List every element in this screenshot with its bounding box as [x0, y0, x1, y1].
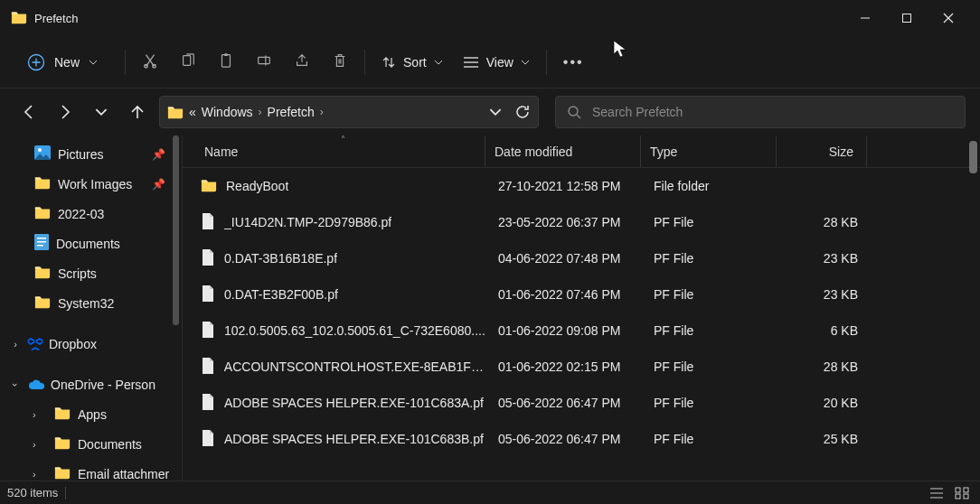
cut-button[interactable]: [142, 52, 158, 71]
item-count: 520 items: [7, 486, 58, 499]
address-bar[interactable]: « Windows › Prefetch ›: [159, 96, 539, 128]
sidebar-item[interactable]: Documents: [0, 229, 182, 258]
scrollbar[interactable]: [969, 141, 977, 173]
sidebar-item[interactable]: Work Images📌: [0, 169, 182, 199]
minimize-button[interactable]: [844, 2, 886, 34]
sidebar-item-label: Documents: [56, 237, 120, 251]
svg-rect-14: [37, 245, 43, 247]
file-type: File folder: [645, 179, 780, 193]
sidebar-item[interactable]: 2022-03: [0, 199, 182, 229]
file-type: PF File: [645, 396, 780, 410]
folder-icon: [201, 178, 217, 195]
file-icon: [201, 249, 215, 268]
breadcrumb-windows[interactable]: Windows: [202, 105, 253, 119]
column-headers: Name ˄ Date modified Type Size: [183, 135, 980, 168]
scrollbar[interactable]: [173, 135, 179, 325]
window-controls: [844, 2, 969, 34]
svg-rect-7: [259, 57, 270, 63]
list-icon: [463, 56, 479, 69]
sidebar-onedrive[interactable]: › OneDrive - Person: [0, 369, 182, 399]
folder-icon: [54, 435, 71, 453]
plus-circle-icon: [27, 53, 45, 71]
chevron-right-icon: ›: [33, 409, 36, 420]
table-row[interactable]: ReadyBoot27-10-2021 12:58 PMFile folder: [183, 168, 980, 204]
details-view-toggle[interactable]: [926, 484, 947, 502]
sort-label: Sort: [403, 55, 427, 70]
sidebar-item[interactable]: ›Documents: [0, 429, 182, 459]
search-input[interactable]: Search Prefetch: [555, 96, 966, 128]
svg-point-8: [569, 107, 578, 116]
main: Pictures📌Work Images📌2022-03DocumentsScr…: [0, 135, 980, 481]
svg-rect-15: [956, 488, 960, 492]
table-row[interactable]: 0.DAT-E3B2F00B.pf01-06-2022 07:46 PMPF F…: [183, 276, 980, 313]
table-row[interactable]: ACCOUNTSCONTROLHOST.EXE-8EAB1F0....01-06…: [183, 349, 980, 385]
chevron-down-icon[interactable]: [489, 106, 502, 118]
close-button[interactable]: [928, 2, 969, 34]
svg-rect-16: [964, 488, 968, 492]
back-button[interactable]: [14, 98, 43, 126]
address-folder-icon: [167, 105, 184, 119]
sidebar-dropbox[interactable]: › Dropbox: [0, 329, 182, 359]
sidebar-item-label: Work Images: [58, 177, 132, 191]
share-button[interactable]: [294, 52, 310, 71]
column-date[interactable]: Date modified: [485, 135, 641, 167]
paste-button[interactable]: [218, 52, 234, 71]
file-size: 28 KB: [780, 215, 871, 229]
forward-button[interactable]: [51, 98, 80, 126]
column-size[interactable]: Size: [777, 135, 867, 167]
pin-icon: 📌: [152, 178, 165, 191]
breadcrumb-overflow[interactable]: «: [189, 105, 196, 119]
pin-icon: 📌: [152, 148, 165, 161]
table-row[interactable]: 102.0.5005.63_102.0.5005.61_C-732E6080..…: [183, 313, 980, 349]
copy-button[interactable]: [180, 52, 196, 71]
file-type: PF File: [645, 359, 780, 374]
file-date: 01-06-2022 02:15 PM: [489, 359, 645, 374]
table-row[interactable]: _IU14D2N.TMP-2D979B86.pf23-05-2022 06:37…: [183, 204, 980, 240]
file-date: 05-06-2022 06:47 PM: [489, 396, 645, 410]
view-button[interactable]: View: [463, 55, 530, 70]
sidebar-item[interactable]: System32: [0, 288, 182, 318]
maximize-button[interactable]: [886, 2, 928, 34]
file-type: PF File: [645, 251, 780, 266]
svg-rect-13: [37, 241, 46, 243]
dropbox-icon: [27, 337, 43, 351]
file-icon: [201, 285, 215, 304]
file-name: ACCOUNTSCONTROLHOST.EXE-8EAB1F0....: [224, 359, 489, 374]
table-row[interactable]: 0.DAT-3B16B18E.pf04-06-2022 07:48 PMPF F…: [183, 240, 980, 276]
file-size: 23 KB: [780, 251, 871, 266]
sidebar-item[interactable]: ›Apps: [0, 399, 182, 429]
table-row[interactable]: ADOBE SPACES HELPER.EXE-101C683B.pf05-06…: [183, 421, 980, 457]
up-button[interactable]: [123, 98, 152, 126]
file-type: PF File: [645, 287, 780, 302]
file-date: 27-10-2021 12:58 PM: [489, 179, 645, 193]
new-button-label: New: [54, 55, 80, 70]
folder-icon: [54, 406, 71, 423]
file-date: 23-05-2022 06:37 PM: [489, 215, 645, 229]
refresh-icon[interactable]: [514, 104, 531, 120]
recent-button[interactable]: [87, 98, 116, 126]
more-button[interactable]: •••: [563, 54, 584, 70]
delete-button[interactable]: [332, 52, 348, 71]
sidebar-item-label: Pictures: [58, 147, 104, 162]
sidebar-item[interactable]: Scripts: [0, 258, 182, 288]
sidebar-item[interactable]: ›Email attachmer: [0, 459, 182, 481]
thumbnails-view-toggle[interactable]: [951, 484, 973, 502]
chevron-down-icon: [89, 58, 98, 67]
file-name: ADOBE SPACES HELPER.EXE-101C683A.pf: [224, 396, 484, 410]
cloud-icon: [27, 378, 45, 391]
column-name[interactable]: Name ˄: [201, 135, 485, 167]
sidebar-item[interactable]: Pictures📌: [0, 139, 182, 169]
new-button[interactable]: New: [16, 48, 108, 77]
rename-button[interactable]: [256, 52, 272, 71]
view-label: View: [486, 55, 514, 70]
file-icon: [201, 322, 215, 341]
chevron-right-icon: ›: [320, 106, 324, 118]
sort-button[interactable]: Sort: [382, 55, 443, 70]
svg-point-2: [145, 65, 148, 69]
column-type[interactable]: Type: [641, 135, 777, 167]
breadcrumb-prefetch[interactable]: Prefetch: [268, 105, 315, 119]
file-size: 28 KB: [780, 359, 871, 374]
file-size: 6 KB: [780, 323, 871, 338]
file-name: 0.DAT-3B16B18E.pf: [224, 251, 337, 266]
table-row[interactable]: ADOBE SPACES HELPER.EXE-101C683A.pf05-06…: [183, 385, 980, 421]
